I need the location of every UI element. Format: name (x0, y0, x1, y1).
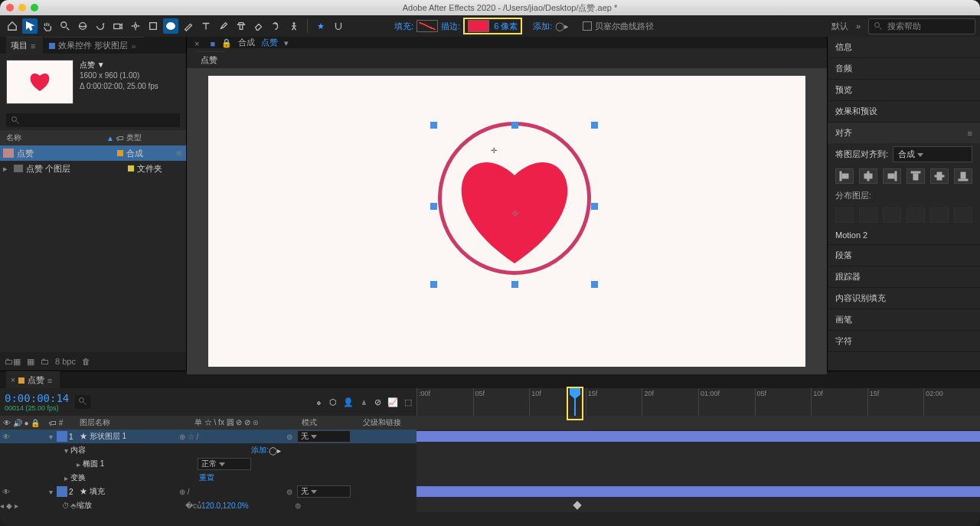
bezier-option[interactable]: 贝塞尔曲线路径 (583, 21, 654, 32)
search-help[interactable]: 搜索帮助 (868, 18, 975, 34)
panel-align-header[interactable]: 对齐≡ (828, 123, 980, 143)
tl-graph-icon[interactable]: 📈 (387, 397, 398, 407)
pickwhip-icon[interactable]: ⊚ (286, 488, 297, 496)
close-viewer-icon[interactable]: × (194, 39, 199, 48)
stroke-label[interactable]: 描边: (441, 21, 460, 32)
timeline-search[interactable] (75, 395, 90, 409)
viewer-tab[interactable]: 点赞 (196, 51, 225, 68)
align-bottom[interactable] (954, 168, 972, 184)
add-menu-icon[interactable]: ◯▸ (555, 21, 569, 31)
panel-contentaware[interactable]: 内容识别填充 (828, 288, 980, 309)
twirl[interactable]: ▾ (46, 433, 55, 441)
bezier-checkbox[interactable] (583, 21, 592, 31)
current-time[interactable]: 0:00:00:14 (5, 392, 69, 404)
layer-bar[interactable] (416, 431, 980, 442)
timeline-tab[interactable]: × 点赞 ≡ (6, 371, 60, 388)
panel-info[interactable]: 信息 (828, 37, 980, 58)
panel-effects-presets[interactable]: 效果和预设 (828, 101, 980, 123)
layer-bar[interactable] (416, 486, 980, 497)
col-layer-name[interactable]: 图层名称 (77, 416, 191, 430)
zoom-window-button[interactable] (31, 4, 38, 11)
keyframe[interactable] (573, 501, 581, 509)
handle-tc[interactable] (511, 122, 518, 129)
layer-row-1[interactable]: 👁 ▾ 1 ★ 形状图层 1 ⊕ ☆ / ⊚ 无 (0, 430, 980, 443)
label-color[interactable] (128, 165, 134, 172)
prop-scale[interactable]: ◂ ◆ ▸ ⏱ ⬘ 缩放 �củ 120.0,120.0% ⊚ (0, 498, 980, 512)
comp-name[interactable]: 点赞 ▼ (80, 60, 158, 70)
lock-icon[interactable]: 🔒 (221, 38, 232, 48)
clone-tool[interactable] (234, 18, 249, 34)
panel-preview[interactable]: 预览 (828, 80, 980, 101)
fill-label[interactable]: 填充: (394, 21, 413, 32)
panel-audio[interactable]: 音频 (828, 58, 980, 80)
snap-icon[interactable] (331, 18, 346, 34)
pickwhip-icon[interactable]: ⊚ (286, 433, 297, 441)
layer-row-2[interactable]: 👁 ▾ 2 ★ 填充 ⊕ / ⊚ 无 (0, 485, 980, 498)
prop-content[interactable]: ▾ 内容 添加: ◯▸ (0, 443, 980, 457)
align-hcenter[interactable] (859, 168, 877, 184)
tl-icon-2[interactable]: ⬡ (329, 397, 337, 407)
time-ruler[interactable]: :00f05f10f 15f20f01:00f 05f10f15f 02:00 (416, 388, 980, 416)
col-parent[interactable]: 父级和链接 (360, 416, 416, 430)
workspace-menu-icon[interactable]: » (856, 21, 861, 31)
canvas-area[interactable]: ✧ ✛ (187, 68, 827, 374)
add-label[interactable]: 添加: (533, 21, 552, 32)
twirl[interactable]: ▾ (46, 488, 55, 496)
align-right[interactable] (883, 168, 901, 184)
label-color[interactable] (117, 150, 123, 156)
ellipse-mode[interactable]: 正常 (198, 458, 251, 470)
project-item-folder[interactable]: ▸ 点赞 个图层 文件夹 (0, 161, 186, 176)
align-left[interactable] (835, 168, 854, 184)
handle-tl[interactable] (430, 122, 437, 129)
visibility-toggle[interactable]: 👁 (0, 488, 12, 496)
parent-dropdown[interactable]: 无 (297, 430, 351, 443)
minimize-window-button[interactable] (18, 4, 26, 11)
panel-brush[interactable]: 画笔 (828, 309, 980, 331)
parent-dropdown[interactable]: 无 (297, 485, 351, 498)
trash-icon[interactable]: 🗑 (82, 357, 90, 366)
comp-thumbnail[interactable] (6, 60, 74, 104)
project-search[interactable] (6, 113, 180, 127)
add-content-button[interactable]: 添加: (251, 445, 269, 456)
layer-label[interactable] (57, 486, 67, 497)
tl-shy-icon[interactable]: 👤 (343, 397, 354, 407)
panel-character[interactable]: 字符 (828, 331, 980, 352)
type-tool[interactable] (198, 18, 214, 34)
flowchart-icon[interactable]: ⚛ (175, 149, 183, 158)
align-vcenter[interactable] (930, 168, 949, 184)
col-name[interactable]: 名称 (6, 132, 106, 143)
bpc-button[interactable]: 8 bpc (55, 357, 76, 366)
puppet-tool[interactable] (286, 18, 302, 34)
layer-label[interactable] (57, 431, 67, 442)
pen-tool[interactable] (181, 18, 196, 34)
brush-tool[interactable] (216, 18, 231, 34)
layer-name[interactable]: 填充 (90, 487, 105, 495)
panel-motion2[interactable]: Motion 2 (828, 226, 980, 245)
handle-ml[interactable] (430, 203, 437, 210)
col-type[interactable]: 类型 (126, 132, 180, 143)
handle-bc[interactable] (511, 281, 518, 288)
col-mode[interactable]: 模式 (299, 416, 360, 430)
shape-rect-tool[interactable] (145, 18, 161, 34)
camera-tool[interactable] (110, 18, 126, 34)
tl-icon-1[interactable]: 🜨 (315, 397, 323, 407)
eraser-tool[interactable] (251, 18, 266, 34)
project-item-comp[interactable]: 点赞 合成 ⚛ (0, 145, 186, 161)
current-time-indicator[interactable] (574, 388, 576, 416)
interpret-icon[interactable]: 🗀▦ (5, 357, 21, 367)
stroke-width[interactable]: 6 像素 (494, 21, 518, 32)
workspace-default[interactable]: 默认 (831, 21, 848, 32)
orbit-tool[interactable] (75, 18, 90, 34)
home-icon[interactable] (5, 18, 20, 34)
handle-mr[interactable] (591, 203, 598, 210)
roto-tool[interactable] (269, 18, 284, 34)
selection-tool[interactable] (22, 18, 38, 34)
scale-value[interactable]: 120.0,120.0% (201, 501, 249, 510)
rotate-tool[interactable] (93, 18, 108, 34)
fill-swatch[interactable] (416, 20, 438, 32)
align-to-dropdown[interactable]: 合成 (893, 146, 972, 162)
stroke-swatch[interactable] (468, 20, 489, 32)
hand-tool[interactable] (40, 18, 55, 34)
layer-name[interactable]: 形状图层 1 (90, 432, 126, 440)
prop-ellipse[interactable]: ▸ 椭圆 1 正常 (0, 457, 980, 471)
